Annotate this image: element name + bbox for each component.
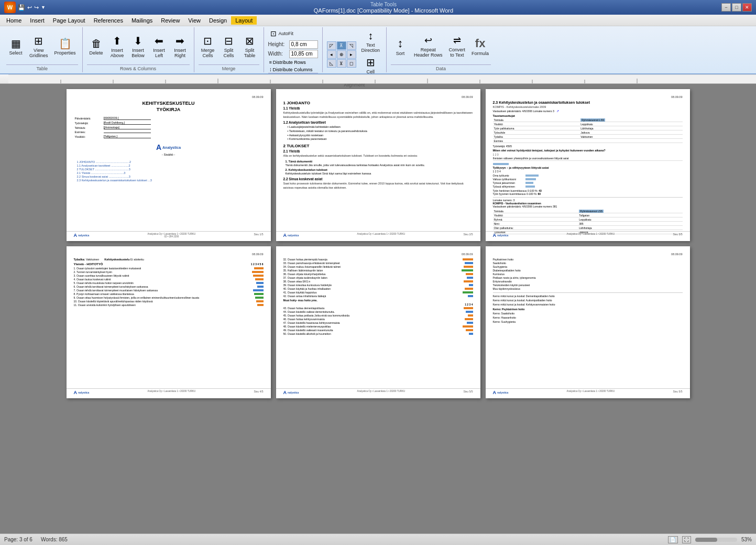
menu-references[interactable]: References	[90, 16, 127, 25]
office-logo[interactable]: W	[4, 2, 16, 13]
p6-item4-5: Potilaan nosto ja siirto, tybergonomia	[493, 276, 683, 279]
p5-item3-4: 47. Osaan käsitellä haastavaa kehitysvam…	[283, 321, 473, 324]
formula-button[interactable]: fx Formula	[469, 36, 491, 57]
page-5[interactable]: 08.09.09 32. Osaan hoitaa pieniempää haa…	[276, 246, 480, 398]
align-ml-button[interactable]: ◂	[327, 50, 336, 59]
field-label-worker: Työntekijä:	[74, 121, 103, 125]
p5-bar-6	[464, 280, 473, 282]
view-mode-fullscreen[interactable]: ⛶	[682, 536, 691, 543]
page6-date: 08.09.09	[493, 253, 683, 256]
row2-0-bar	[525, 175, 539, 177]
rows-cols-buttons: 🗑 Delete ⬆ Insert Above ⬇ Insert Below ⬅…	[87, 28, 190, 64]
height-input[interactable]	[289, 40, 318, 49]
convert-to-text-button[interactable]: ⇌ Convert to Text	[447, 34, 468, 59]
delete-button[interactable]: 🗑 Delete	[87, 36, 106, 57]
distribute-cols-button[interactable]: ⫶ Distribute Columns	[268, 67, 318, 73]
quick-access-save[interactable]: 💾	[18, 4, 25, 11]
status-right: 📄 ⛶ 53%	[668, 536, 752, 543]
page-3[interactable]: 08.09.09 2.3 Kehityskeskustelun ja osaam…	[486, 89, 690, 241]
field-value-supervisor	[104, 133, 151, 133]
properties-button[interactable]: 📋 Properties	[52, 36, 78, 57]
title-bar-left: W 💾 ↩ ↪ ▼	[4, 2, 46, 13]
insert-right-label: Insert Right	[174, 48, 186, 58]
close-button[interactable]: ✕	[742, 3, 752, 12]
merge-cells-button[interactable]: ⊡ Merge Cells	[199, 34, 217, 59]
logo-a-letter: A	[156, 143, 161, 151]
quick-access-redo[interactable]: ↪	[34, 4, 39, 11]
page6-kerno-items: Kerno mikä kurssi ja koskal: Dementiapot…	[493, 292, 683, 323]
page2-list2: 1. Tämä dokumenttiTämä dokumentti Jäs si…	[283, 160, 473, 176]
insert-above-label: Insert Above	[111, 48, 124, 58]
field-value-task: [[Animoitaja]	[104, 126, 151, 129]
align-mc-button[interactable]: ⊕	[337, 50, 346, 59]
menu-view[interactable]: View	[184, 16, 205, 25]
toc-item-0: 1 JOHDANTO .............................…	[77, 160, 264, 164]
text-direction-button[interactable]: ↕ Text Direction	[359, 28, 382, 54]
ruler: // inline ruler ticks via JS	[0, 74, 756, 84]
align-bc-button[interactable]: ⊻	[337, 59, 346, 68]
insert-below-button[interactable]: ⬇ Insert Below	[129, 34, 148, 59]
yhteistyo-bar	[493, 163, 509, 165]
align-tr-button[interactable]: ◹	[347, 41, 356, 50]
menu-layout[interactable]: Layout	[231, 16, 257, 25]
menu-home[interactable]: Home	[2, 16, 26, 25]
insert-above-button[interactable]: ⬆ Insert Above	[108, 34, 127, 59]
p5-item-0: 32. Osaan hoitaa pieniempää haavoja	[283, 258, 473, 261]
sort-button[interactable]: ↕ Sort	[391, 36, 410, 57]
menu-review[interactable]: Review	[157, 16, 184, 25]
width-input[interactable]	[289, 50, 318, 58]
select-icon: ▦	[11, 37, 21, 50]
menu-insert[interactable]: Insert	[26, 16, 49, 25]
page-1[interactable]: 08.09.09 KEHITYSKESKUSTELUTYÖKIRJA Päivä…	[67, 89, 271, 241]
repeat-header-rows-button[interactable]: ↩ Repeat Header Rows	[412, 34, 445, 59]
quick-access-menu[interactable]: ▼	[41, 5, 46, 10]
row2-0: Oma työkunto	[493, 174, 683, 177]
quick-access-undo[interactable]: ↩	[27, 4, 32, 11]
page-2[interactable]: 08.09.09 1 JOHDANTO 1.1 Yleistä Kehitysk…	[276, 89, 480, 241]
logo-text: Analystica	[162, 146, 181, 149]
split-cells-button[interactable]: ⊟ Split Cells	[220, 34, 238, 59]
align-tc-button[interactable]: ⊼	[337, 41, 346, 50]
autofit-label: AutoFit	[279, 31, 294, 36]
page2-sub5: 2.2 Sinua koskevat asiat	[283, 177, 473, 181]
menu-design[interactable]: Design	[205, 16, 231, 25]
words-count: Words: 865	[41, 537, 68, 542]
minimize-button[interactable]: −	[721, 3, 731, 12]
align-bl-button[interactable]: ◺	[327, 59, 336, 68]
document-area: 08.09.09 KEHITYSKESKUSTELUTYÖKIRJA Päivä…	[0, 84, 756, 533]
p5-item3-6: 49. Osaan käsitellä vaikeasti masentunut…	[283, 329, 473, 332]
maximize-button[interactable]: □	[732, 3, 741, 12]
page3-date: 08.09.09	[493, 95, 683, 99]
page-4[interactable]: 08.09.09 Tybalka: Vakituinen Kehityskesk…	[67, 246, 271, 398]
text-direction-icon: ↕	[368, 29, 373, 42]
tausta-row-0-val: Ryhmäsiunnot LSS	[580, 118, 605, 122]
insert-below-label: Insert Below	[132, 48, 145, 58]
ribbon-group-alignment: ◸ ⊼ ◹ ◂ ⊕ ▸ ◺ ⊻ ◻ ↕ Text Direction	[323, 27, 387, 72]
align-mr-button[interactable]: ▸	[347, 50, 356, 59]
view-gridlines-button[interactable]: ⊞ View Gridlines	[27, 34, 50, 59]
page4-footer: Analystica Analystica Oy • Lassenkatu 1 …	[67, 388, 271, 396]
page2-sub2: 1.2 Analysetican tavoitteet	[283, 121, 473, 124]
align-tl-button[interactable]: ◸	[327, 41, 336, 50]
view-mode-print[interactable]: 📄	[668, 536, 678, 543]
page6-footer: Analystica Analystica Oy • Lassenkatu 1 …	[486, 388, 690, 396]
toc-item-1: 1.1 Analysetican tavoitteet ............…	[77, 164, 264, 167]
split-table-button[interactable]: ⊠ Split Table	[240, 34, 259, 59]
page-6[interactable]: 08.09.09 Psykiatrinen hoito Saattohoito …	[486, 246, 690, 398]
insert-right-button[interactable]: ➡ Insert Right	[171, 34, 190, 59]
p6-item4-4: Kuntoutus	[493, 272, 683, 276]
align-br-button[interactable]: ◻	[347, 59, 356, 68]
insert-left-button[interactable]: ⬅ Insert Left	[150, 34, 169, 59]
p6-item4-3: Diabetespotilaiden hoito	[493, 269, 683, 272]
autofit-button[interactable]: ⊡ AutoFit	[268, 28, 318, 39]
tausta-row-1-val: Leppäkatu	[579, 122, 682, 126]
distribute-rows-button[interactable]: ≡ Distribute Rows	[268, 59, 318, 66]
select-button[interactable]: ▦ Select	[6, 36, 25, 57]
menu-page-layout[interactable]: Page Layout	[49, 16, 90, 25]
distribute-rows-label: Distribute Rows	[273, 60, 306, 65]
distribute-rows-icon: ≡	[269, 60, 272, 65]
menu-mailings[interactable]: Mailings	[127, 16, 157, 25]
page2-text1: Kehityskeskusteluilla työntekijän ja Ana…	[283, 111, 473, 119]
page2-footer: Analystica Analystica Oy • Lassenkatu 1 …	[276, 231, 480, 239]
zoom-bar[interactable]	[695, 538, 737, 542]
